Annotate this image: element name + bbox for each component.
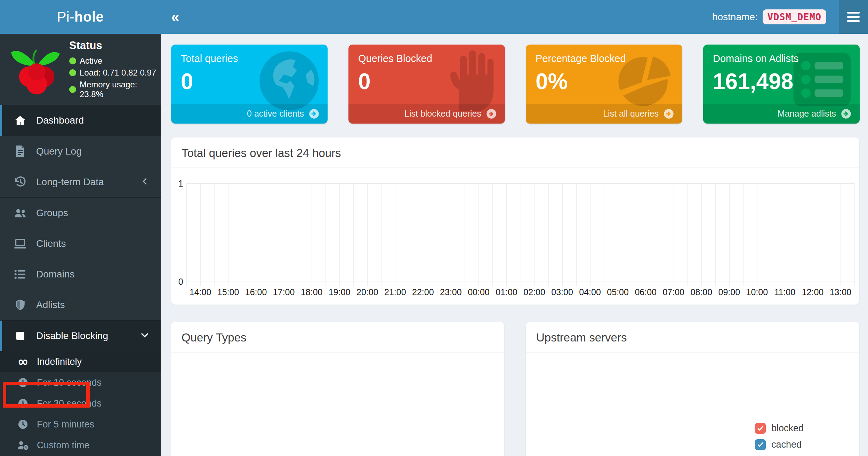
submenu-item-label: Custom time bbox=[37, 440, 90, 451]
user-clock-icon bbox=[17, 440, 29, 450]
submenu-item-indefinitely[interactable]: ∞ Indefinitely bbox=[0, 351, 161, 372]
arrow-circle-right-icon bbox=[309, 109, 319, 119]
sidebar-item-long-term-data[interactable]: Long-term Data bbox=[0, 167, 161, 197]
hostname-badge: VDSM_DEMO bbox=[763, 9, 826, 24]
x-axis-tick: 07:00 bbox=[662, 287, 684, 297]
total-queries-chart-panel: Total queries over last 24 hours 10 14:0… bbox=[171, 137, 859, 305]
sidebar: Status Active Load: 0.71 0.82 0.97 Memor… bbox=[0, 34, 161, 456]
stat-card-total-queries: Total queries 0 0 active clients bbox=[171, 45, 328, 124]
panel-title: Query Types bbox=[171, 322, 504, 352]
upstream-servers-panel: Upstream servers blocked cached bbox=[526, 322, 859, 456]
laptop-icon bbox=[13, 238, 27, 249]
submenu-item-custom-time[interactable]: Custom time bbox=[0, 435, 161, 456]
submenu-item-for-5-minutes[interactable]: For 5 minutes bbox=[0, 414, 161, 435]
status-panel: Status Active Load: 0.71 0.82 0.97 Memor… bbox=[0, 34, 161, 105]
history-icon bbox=[13, 176, 27, 188]
sidebar-item-dashboard[interactable]: Dashboard bbox=[0, 105, 161, 136]
queries-chart-plot: 10 bbox=[186, 183, 854, 282]
card-title: Total queries bbox=[171, 45, 328, 64]
file-icon bbox=[13, 146, 27, 157]
checkbox-checked-icon bbox=[755, 423, 766, 434]
chart-x-axis: 14:0015:0016:0017:0018:0019:0020:0021:00… bbox=[186, 287, 854, 301]
card-value: 0 bbox=[348, 64, 505, 94]
main-content: Total queries 0 0 active clients Queries… bbox=[161, 34, 868, 456]
arrow-circle-right-icon bbox=[486, 109, 497, 119]
card-link-all-queries[interactable]: List all queries bbox=[526, 104, 682, 124]
submenu-item-label: Indefinitely bbox=[37, 356, 82, 367]
sidebar-item-label: Domains bbox=[36, 269, 74, 280]
x-axis-tick: 04:00 bbox=[579, 287, 601, 297]
sidebar-item-label: Groups bbox=[36, 207, 68, 219]
hostname-label: hostname: bbox=[712, 11, 758, 23]
sidebar-item-adlists[interactable]: Adlists bbox=[0, 290, 161, 320]
divider bbox=[171, 167, 859, 168]
shield-icon bbox=[13, 299, 27, 311]
submenu-item-label: For 10 seconds bbox=[37, 377, 102, 388]
card-value: 0% bbox=[526, 64, 682, 94]
chevron-down-icon bbox=[140, 330, 149, 341]
sidebar-collapse-icon[interactable]: « bbox=[171, 0, 179, 34]
x-axis-tick: 09:00 bbox=[718, 287, 740, 297]
x-axis-tick: 21:00 bbox=[384, 287, 406, 297]
checkbox-checked-icon bbox=[755, 439, 766, 450]
sidebar-item-label: Long-term Data bbox=[36, 176, 104, 188]
x-axis-tick: 11:00 bbox=[774, 287, 796, 297]
card-footer-label: List all queries bbox=[603, 109, 659, 119]
card-link-blocked-queries[interactable]: List blocked queries bbox=[348, 104, 505, 124]
users-icon bbox=[13, 208, 27, 218]
sidebar-item-clients[interactable]: Clients bbox=[0, 228, 161, 259]
arrow-circle-right-icon bbox=[664, 109, 674, 119]
card-footer-label: Manage adlists bbox=[778, 109, 836, 119]
app-logo[interactable]: Pi-hole bbox=[0, 0, 161, 34]
arrow-circle-right-icon bbox=[841, 109, 851, 119]
sidebar-item-label: Dashboard bbox=[36, 115, 84, 126]
x-axis-tick: 10:00 bbox=[746, 287, 768, 297]
card-footer-label: List blocked queries bbox=[404, 109, 481, 119]
y-axis-tick: 1 bbox=[178, 179, 183, 189]
clock-icon bbox=[17, 398, 29, 409]
sidebar-item-label: Disable Blocking bbox=[36, 330, 108, 341]
home-icon bbox=[13, 115, 27, 126]
panel-title: Upstream servers bbox=[526, 322, 859, 352]
top-navbar: Pi-hole « hostname: VDSM_DEMO bbox=[0, 0, 868, 34]
x-axis-tick: 05:00 bbox=[607, 287, 629, 297]
x-axis-tick: 01:00 bbox=[496, 287, 517, 297]
clock-icon bbox=[17, 419, 29, 430]
status-active-text: Active bbox=[80, 56, 102, 66]
clock-icon bbox=[17, 377, 29, 388]
status-memory-text: Memory usage: 23.8% bbox=[80, 80, 161, 99]
stat-card-queries-blocked: Queries Blocked 0 List blocked queries bbox=[348, 45, 505, 124]
x-axis-tick: 14:00 bbox=[190, 287, 211, 297]
sidebar-item-disable-blocking[interactable]: Disable Blocking bbox=[0, 321, 161, 351]
x-axis-tick: 13:00 bbox=[830, 287, 852, 297]
card-value: 0 bbox=[171, 64, 328, 94]
card-title: Domains on Adlists bbox=[703, 45, 860, 64]
x-axis-tick: 00:00 bbox=[468, 287, 490, 297]
upstream-legend: blocked cached bbox=[755, 423, 804, 450]
x-axis-tick: 06:00 bbox=[635, 287, 657, 297]
stop-icon bbox=[13, 330, 27, 341]
submenu-item-for-10-seconds[interactable]: For 10 seconds bbox=[0, 372, 161, 393]
card-footer-label: 0 active clients bbox=[247, 109, 304, 119]
hamburger-menu-icon[interactable] bbox=[839, 0, 868, 34]
chart-title: Total queries over last 24 hours bbox=[171, 137, 859, 167]
card-title: Queries Blocked bbox=[348, 45, 505, 64]
card-link-active-clients[interactable]: 0 active clients bbox=[171, 104, 328, 124]
x-axis-tick: 22:00 bbox=[412, 287, 434, 297]
submenu-item-label: For 30 seconds bbox=[37, 398, 102, 409]
query-types-panel: Query Types bbox=[171, 322, 504, 456]
status-title: Status bbox=[69, 39, 161, 52]
sidebar-item-groups[interactable]: Groups bbox=[0, 198, 161, 228]
stat-card-domains-on-adlists: Domains on Adlists 161,498 Manage adlist… bbox=[703, 45, 860, 124]
x-axis-tick: 20:00 bbox=[356, 287, 378, 297]
sidebar-item-query-log[interactable]: Query Log bbox=[0, 136, 161, 167]
card-title: Percentage Blocked bbox=[526, 45, 682, 64]
legend-item-blocked[interactable]: blocked bbox=[755, 423, 804, 434]
submenu-item-for-30-seconds[interactable]: For 30 seconds bbox=[0, 393, 161, 414]
chevron-left-icon bbox=[141, 176, 149, 188]
legend-label: cached bbox=[771, 439, 802, 450]
stat-card-percentage-blocked: Percentage Blocked 0% List all queries bbox=[526, 45, 682, 124]
sidebar-item-domains[interactable]: Domains bbox=[0, 259, 161, 290]
legend-item-cached[interactable]: cached bbox=[755, 439, 804, 450]
card-link-manage-adlists[interactable]: Manage adlists bbox=[703, 104, 860, 124]
